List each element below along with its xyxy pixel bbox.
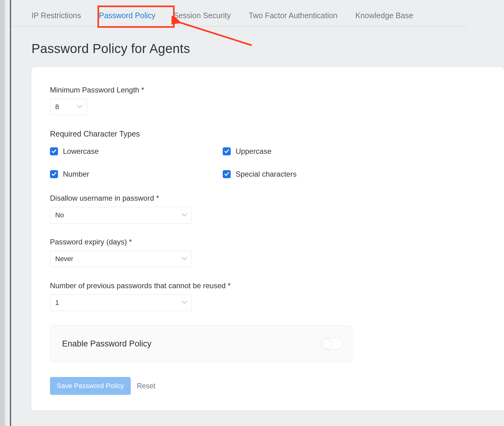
disallow-username-value: No (55, 211, 64, 219)
chevron-down-icon (182, 300, 187, 305)
tab-password-policy[interactable]: Password Policy (99, 11, 155, 20)
expiry-value: Never (55, 255, 73, 263)
enable-policy-label: Enable Password Policy (62, 339, 151, 349)
password-policy-card: Minimum Password Length * 8 Required Cha… (31, 67, 504, 410)
reuse-label: Number of previous passwords that cannot… (50, 281, 485, 290)
toggle-knob (322, 339, 332, 349)
min-length-value: 8 (55, 103, 59, 111)
tab-two-factor[interactable]: Two Factor Authentication (249, 11, 337, 20)
tab-ip-restrictions[interactable]: IP Restrictions (31, 11, 81, 20)
tab-knowledge-base[interactable]: Knowledge Base (355, 11, 413, 20)
min-length-label: Minimum Password Length * (50, 86, 485, 94)
reset-button[interactable]: Reset (137, 382, 155, 390)
checkbox-lowercase-label: Lowercase (63, 147, 99, 156)
save-button[interactable]: Save Password Policy (50, 377, 131, 395)
disallow-username-select[interactable]: No (50, 207, 192, 223)
checkbox-special-label: Special characters (236, 170, 296, 178)
checkbox-lowercase[interactable] (50, 147, 58, 155)
tab-session-security[interactable]: Session Security (173, 11, 231, 20)
chevron-down-icon (182, 212, 187, 218)
checkbox-number-label: Number (63, 170, 89, 178)
reuse-select[interactable]: 1 (50, 294, 192, 311)
required-chars-label: Required Character Types (50, 129, 485, 138)
expiry-label: Password expiry (days) * (50, 238, 485, 246)
enable-policy-panel: Enable Password Policy (50, 325, 352, 362)
page-title: Password Policy for Agents (11, 27, 504, 67)
reuse-value: 1 (55, 299, 59, 307)
checkbox-uppercase-label: Uppercase (236, 147, 271, 156)
min-length-select[interactable]: 8 (50, 99, 87, 115)
checkbox-number[interactable] (50, 170, 58, 178)
checkbox-uppercase[interactable] (223, 147, 231, 155)
disallow-username-label: Disallow username in password * (50, 194, 485, 203)
tabs-row: IP Restrictions Password Policy Session … (11, 0, 467, 27)
chevron-down-icon (182, 256, 187, 262)
expiry-select[interactable]: Never (50, 251, 192, 267)
enable-policy-toggle[interactable] (321, 338, 343, 350)
checkbox-special[interactable] (223, 170, 231, 178)
chevron-down-icon (77, 104, 82, 110)
